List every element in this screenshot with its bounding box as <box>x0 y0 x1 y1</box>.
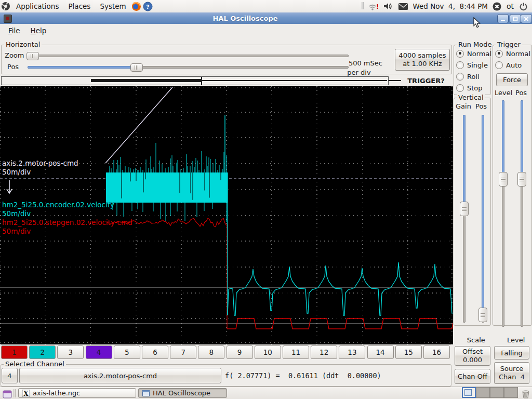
vertical-legend: Vertical <box>457 94 485 101</box>
window-menubar: File Help <box>0 24 532 37</box>
svg-text:?: ? <box>147 3 150 10</box>
channel-button-row: 12345678910111213141516 <box>0 345 453 360</box>
channel-button-14[interactable]: 14 <box>367 345 394 359</box>
run-mode-single[interactable]: Single <box>456 60 488 70</box>
run-mode-normal[interactable]: Normal <box>456 49 491 58</box>
help-icon[interactable]: ? <box>142 1 154 12</box>
vertical-pos-slider-fill <box>482 115 484 315</box>
task-hal-oscilloscope[interactable]: HAL Oscilloscope <box>138 388 227 398</box>
workspace-3[interactable] <box>490 387 504 398</box>
channel-4-trace-label: axis.2.motor-pos-cmd50m/div <box>2 159 78 177</box>
channel-button-5[interactable]: 5 <box>114 345 140 359</box>
places-menu[interactable]: Places <box>63 1 95 11</box>
radio-icon <box>456 50 464 58</box>
channel-button-2[interactable]: 2 <box>29 345 56 359</box>
channel-1-trace-label: hm2_5i25.0.stepgen.02.velocity-cmd50m/di… <box>2 218 132 236</box>
top-panel: Applications Places System ? ! Wed Nov 4… <box>0 0 532 13</box>
window-title: HAL Oscilloscope <box>0 12 490 24</box>
vertical-pos-slider-handle[interactable] <box>478 308 487 322</box>
run-mode-stop[interactable]: Stop <box>456 83 483 92</box>
trigger-level-slider-handle[interactable] <box>499 172 508 187</box>
horizontal-frame: Horizontal Zoom Pos 500 mSecper div 4000… <box>1 45 452 74</box>
mouse-cursor <box>473 17 481 30</box>
svg-text:X: X <box>23 390 29 397</box>
channel-button-4[interactable]: 4 <box>86 345 112 359</box>
help-menu[interactable]: Help <box>25 25 52 36</box>
firefox-icon[interactable] <box>131 1 142 12</box>
svg-text:!: ! <box>376 3 378 10</box>
minimize-button[interactable] <box>497 14 509 23</box>
trigger-pos-slider-handle[interactable] <box>517 172 526 187</box>
offset-button[interactable]: Offset0.000 <box>455 346 490 366</box>
taskbar-grip <box>14 389 16 399</box>
task-axis-lathe[interactable]: X axis-lathe.ngc <box>18 388 136 398</box>
volume-icon[interactable] <box>382 1 394 12</box>
falling-button[interactable]: Falling <box>494 346 529 360</box>
run-mode-legend: Run Mode <box>457 41 493 48</box>
force-button[interactable]: Force <box>496 73 528 86</box>
network-wifi-icon[interactable]: ! <box>367 1 379 12</box>
window-list-icon[interactable] <box>2 389 13 399</box>
trigger-normal[interactable]: Normal <box>495 49 530 58</box>
channel-button-6[interactable]: 6 <box>142 345 168 359</box>
channel-button-12[interactable]: 12 <box>311 345 337 359</box>
bottom-taskbar: X axis-lathe.ngc HAL Oscilloscope <box>0 387 532 399</box>
radio-icon <box>456 84 464 92</box>
gain-slider-handle[interactable] <box>460 202 469 216</box>
gain-label: Gain <box>456 102 471 110</box>
window-titlebar[interactable]: HAL Oscilloscope <box>0 12 532 24</box>
trigger-level-slider-fill <box>502 100 504 174</box>
channel-button-15[interactable]: 15 <box>395 345 422 359</box>
channel-button-9[interactable]: 9 <box>227 345 253 359</box>
pos-slider-fill <box>28 66 132 69</box>
channel-button-13[interactable]: 13 <box>339 345 365 359</box>
user-name[interactable]: ot <box>507 2 514 10</box>
trash-icon[interactable] <box>520 388 531 399</box>
chan-off-button[interactable]: Chan Off <box>455 369 490 384</box>
record-extension-line <box>389 80 401 81</box>
channel-button-16[interactable]: 16 <box>423 345 450 359</box>
samples-button[interactable]: 4000 samplesat 1.00 KHz <box>395 49 450 71</box>
displayed-window-line <box>91 79 202 82</box>
run-mode-roll[interactable]: Roll <box>456 72 480 81</box>
channel-button-7[interactable]: 7 <box>170 345 196 359</box>
channel-button-1[interactable]: 1 <box>1 345 28 359</box>
trigger-pos-label: Pos <box>515 89 527 97</box>
workspace-4[interactable] <box>504 387 518 398</box>
channel-button-11[interactable]: 11 <box>283 345 309 359</box>
axis-x-logo-icon: X <box>22 390 30 397</box>
trigger-auto[interactable]: Auto <box>495 60 522 70</box>
scope-display[interactable]: axis.2.motor-pos-cmd50m/div hm2_5i25.0.e… <box>0 86 453 344</box>
selected-channel-name-button[interactable]: axis.2.motor-pos-cmd <box>19 368 221 383</box>
radio-icon <box>495 50 503 58</box>
radio-icon <box>495 61 503 69</box>
distro-logo-icon[interactable] <box>0 1 11 12</box>
clock[interactable]: Wed Nov 4, 8:44 PM <box>413 2 488 10</box>
power-icon[interactable] <box>517 1 529 12</box>
pos-slider-handle[interactable] <box>130 63 143 72</box>
channel-button-8[interactable]: 8 <box>198 345 224 359</box>
pos-label: Pos <box>7 63 19 71</box>
channel-button-10[interactable]: 10 <box>255 345 281 359</box>
trigger-source-button[interactable]: SourceChan 4 <box>494 362 529 384</box>
workspace-2[interactable] <box>476 387 490 398</box>
trigger-pos-slider-fill <box>521 100 523 174</box>
panel-grip[interactable] <box>361 1 364 12</box>
horizontal-legend: Horizontal <box>4 41 42 48</box>
vertical-pos-label: Pos <box>475 102 487 110</box>
close-button[interactable] <box>521 14 532 23</box>
trigger-frame: Trigger Normal Auto Force Level Pos <box>493 45 532 326</box>
system-menu[interactable]: System <box>95 1 130 11</box>
user-status-icon[interactable] <box>491 1 503 12</box>
workspace-switcher[interactable] <box>462 387 519 399</box>
workspace-1[interactable] <box>462 387 476 398</box>
zoom-slider-track[interactable] <box>28 55 349 57</box>
mail-icon[interactable] <box>397 1 409 12</box>
file-menu[interactable]: File <box>3 25 25 36</box>
maximize-button[interactable] <box>510 14 521 23</box>
trigger-level-label: Level <box>495 89 512 97</box>
trigger-status-button[interactable]: TRIGGER? <box>401 76 451 85</box>
zoom-slider-handle[interactable] <box>26 52 39 60</box>
channel-button-3[interactable]: 3 <box>57 345 84 359</box>
applications-menu[interactable]: Applications <box>11 1 63 11</box>
